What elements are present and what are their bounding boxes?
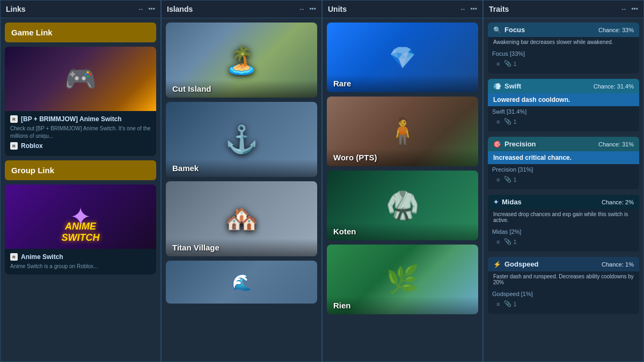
links-arrows-icon[interactable]: ↔ — [137, 5, 144, 13]
trait-precision-footer: ≡ 📎 1 — [492, 175, 635, 186]
islands-header-icons: ↔ ••• — [298, 5, 316, 13]
links-panel: Links ↔ ••• Game Link 🎮 R [BP + BRIMMJOW… — [0, 0, 161, 362]
trait-midas-body: Midas [2%] ≡ 📎 1 — [488, 226, 639, 252]
trait-swift-header: 💨 Swift Chance: 31.4% — [488, 79, 639, 93]
island-card-cut-island[interactable]: 🏝️ Cut Island — [166, 23, 317, 98]
unit-card-rare[interactable]: 💎 Rare — [327, 23, 478, 92]
titan-village-label: Titan Village — [166, 239, 317, 256]
group-link-card[interactable]: ✦ ANIMESWITCH R Anime Switch Anime Switc… — [5, 184, 156, 275]
game-link-name: R [BP + BRIMMJOW] Anime Switch — [10, 115, 151, 123]
trait-precision-tag: Precision [31%] — [492, 166, 635, 173]
rien-label: Rien — [327, 297, 478, 314]
traits-title: Traits — [489, 5, 509, 13]
trait-focus-tag: Focus [33%] — [492, 50, 635, 57]
links-header-icons: ↔ ••• — [137, 5, 155, 13]
bamek-label: Bamek — [166, 159, 317, 177]
trait-godspeed-desc: Faster dash and runspeed. Decreases abil… — [488, 271, 639, 289]
group-link-name: R Anime Switch — [10, 253, 151, 261]
roblox-icon-3: R — [10, 253, 18, 261]
trait-swift-highlight: Lowered dash cooldown. — [488, 93, 639, 106]
trait-focus-chance: Chance: 33% — [598, 27, 634, 33]
trait-precision-header: 🎯 Precision Chance: 31% — [488, 137, 639, 151]
trait-swift-footer: ≡ 📎 1 — [492, 117, 635, 128]
swift-icon: 💨 — [493, 83, 501, 90]
traits-header-icons: ↔ ••• — [620, 5, 638, 13]
precision-icon: 🎯 — [493, 141, 501, 148]
swift-lines-icon: ≡ — [496, 119, 500, 125]
precision-clip-icon: 📎 1 — [504, 176, 516, 183]
focus-lines-icon: ≡ — [496, 61, 500, 67]
islands-panel: Islands ↔ ••• 🏝️ Cut Island ⚓ Bamek 🏘️ T… — [161, 0, 322, 362]
game-link-card[interactable]: 🎮 R [BP + BRIMMJOW] Anime Switch Check o… — [5, 47, 156, 156]
trait-godspeed-name: ⚡ Godspeed — [493, 260, 539, 268]
game-link-header: Game Link — [5, 23, 156, 42]
trait-precision-name: 🎯 Precision — [493, 140, 536, 148]
trait-godspeed-footer: ≡ 📎 1 — [492, 299, 635, 311]
islands-content: 🏝️ Cut Island ⚓ Bamek 🏘️ Titan Village 🌊 — [162, 18, 321, 361]
trait-card-focus[interactable]: 🔍 Focus Chance: 33% Awakening bar decrea… — [488, 23, 639, 73]
roblox-icon: R — [10, 115, 18, 123]
godspeed-icon: ⚡ — [493, 261, 501, 268]
trait-precision-body: Precision [31%] ≡ 📎 1 — [488, 164, 639, 189]
units-header: Units ↔ ••• — [323, 1, 482, 18]
group-link-info: R Anime Switch Anime Switch is a group o… — [5, 249, 156, 275]
cut-island-label: Cut Island — [166, 80, 317, 98]
midas-icon: ✦ — [493, 198, 499, 206]
links-header: Links ↔ ••• — [1, 1, 160, 18]
trait-godspeed-header: ⚡ Godspeed Chance: 1% — [488, 257, 639, 271]
trait-focus-desc: Awakening bar decreases slower while awa… — [488, 37, 639, 48]
trait-focus-body: Focus [33%] ≡ 📎 1 — [488, 48, 639, 73]
roblox-icon-2: R — [10, 142, 18, 150]
islands-arrows-icon[interactable]: ↔ — [298, 5, 305, 13]
trait-swift-name: 💨 Swift — [493, 82, 521, 90]
units-content: 💎 Rare 🧍 Woro (PTS) 🥋 Koten 🌿 Rien — [323, 18, 482, 361]
island-card-4[interactable]: 🌊 — [166, 261, 317, 304]
godspeed-clip-icon: 📎 1 — [504, 300, 516, 307]
trait-focus-header: 🔍 Focus Chance: 33% — [488, 23, 639, 37]
group-link-image: ✦ ANIMESWITCH — [5, 184, 156, 249]
focus-clip-icon: 📎 1 — [504, 60, 516, 67]
trait-focus-name: 🔍 Focus — [493, 26, 525, 34]
trait-card-godspeed[interactable]: ⚡ Godspeed Chance: 1% Faster dash and ru… — [488, 257, 639, 314]
game-link-info: R [BP + BRIMMJOW] Anime Switch Check out… — [5, 111, 156, 156]
islands-dots-icon[interactable]: ••• — [309, 5, 316, 13]
links-dots-icon[interactable]: ••• — [148, 5, 155, 13]
island-card-titan-village[interactable]: 🏘️ Titan Village — [166, 181, 317, 256]
trait-godspeed-body: Godspeed [1%] ≡ 📎 1 — [488, 289, 639, 314]
swift-clip-icon: 📎 1 — [504, 118, 516, 125]
group-link-desc: Anime Switch is a group on Roblox... — [10, 263, 151, 270]
trait-godspeed-chance: Chance: 1% — [602, 261, 634, 268]
units-dots-icon[interactable]: ••• — [470, 5, 477, 13]
trait-midas-desc: Increased drop chances and exp gain whil… — [488, 209, 639, 226]
trait-midas-name: ✦ Midas — [493, 198, 522, 206]
unit-card-woro[interactable]: 🧍 Woro (PTS) — [327, 97, 478, 166]
traits-dots-icon[interactable]: ••• — [631, 5, 638, 13]
rare-label: Rare — [327, 75, 478, 92]
precision-lines-icon: ≡ — [496, 176, 500, 183]
trait-card-swift[interactable]: 💨 Swift Chance: 31.4% Lowered dash coold… — [488, 79, 639, 131]
trait-midas-tag: Midas [2%] — [492, 228, 635, 235]
unit-card-rien[interactable]: 🌿 Rien — [327, 245, 478, 314]
trait-card-midas[interactable]: ✦ Midas Chance: 2% Increased drop chance… — [488, 195, 639, 252]
trait-godspeed-tag: Godspeed [1%] — [492, 291, 635, 297]
group-link-header: Group Link — [5, 160, 156, 180]
midas-lines-icon: ≡ — [496, 239, 500, 245]
islands-title: Islands — [167, 5, 193, 13]
island-card-bamek[interactable]: ⚓ Bamek — [166, 102, 317, 177]
midas-clip-icon: 📎 1 — [504, 238, 516, 245]
traits-arrows-icon[interactable]: ↔ — [620, 5, 627, 13]
units-arrows-icon[interactable]: ↔ — [459, 5, 466, 13]
units-title: Units — [328, 5, 347, 13]
trait-precision-highlight: Increased critical chance. — [488, 151, 639, 164]
islands-header: Islands ↔ ••• — [162, 1, 321, 18]
island-4-image: 🌊 — [166, 261, 317, 304]
trait-swift-tag: Swift [31.4%] — [492, 108, 635, 115]
unit-card-koten[interactable]: 🥋 Koten — [327, 171, 478, 240]
trait-midas-header: ✦ Midas Chance: 2% — [488, 195, 639, 209]
traits-panel: Traits ↔ ••• 🔍 Focus Chance: 33% Awakeni… — [483, 0, 644, 362]
trait-swift-chance: Chance: 31.4% — [594, 83, 634, 90]
focus-icon: 🔍 — [493, 26, 501, 34]
godspeed-lines-icon: ≡ — [496, 301, 500, 307]
trait-card-precision[interactable]: 🎯 Precision Chance: 31% Increased critic… — [488, 137, 639, 189]
traits-header: Traits ↔ ••• — [484, 1, 643, 18]
